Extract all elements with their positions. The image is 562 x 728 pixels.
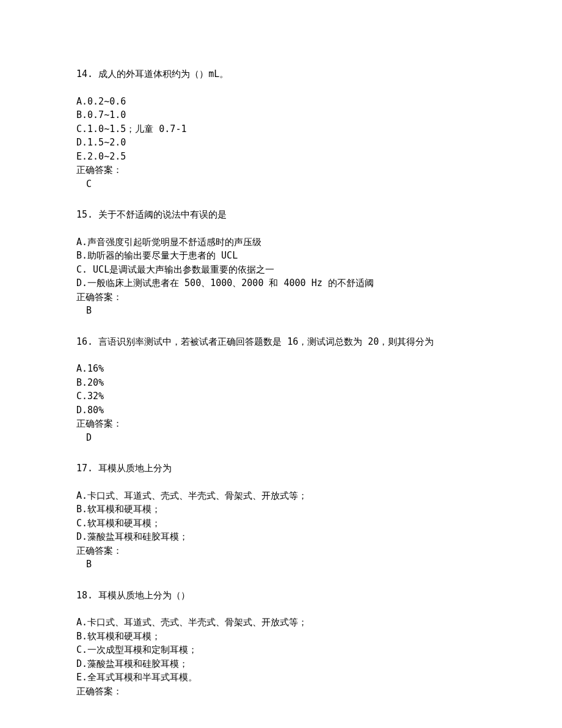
question-text: 15. 关于不舒适阈的说法中有误的是 <box>76 208 486 222</box>
question-text: 16. 言语识别率测试中，若被试者正确回答题数是 16，测试词总数为 20，则其… <box>76 335 486 349</box>
question-text: 18. 耳模从质地上分为（） <box>76 589 486 603</box>
option-b: B.软耳模和硬耳模； <box>76 630 486 644</box>
option-d: D.1.5~2.0 <box>76 136 486 150</box>
option-a: A.0.2~0.6 <box>76 95 486 109</box>
question-body: 耳模从质地上分为 <box>98 463 172 474</box>
option-c: C.软耳模和硬耳模； <box>76 517 486 531</box>
option-b: B.助听器的输出要尽量大于患者的 UCL <box>76 249 486 263</box>
answer-value: B <box>76 557 486 572</box>
question-number: 15. <box>76 209 93 220</box>
answer-value: D <box>76 431 486 445</box>
question-14: 14. 成人的外耳道体积约为（）mL。 A.0.2~0.6 B.0.7~1.0 … <box>76 67 486 191</box>
option-b: B.20% <box>76 376 486 390</box>
option-d: D.藻酸盐耳模和硅胶耳模； <box>76 657 486 671</box>
option-a: A.卡口式、耳道式、壳式、半壳式、骨架式、开放式等； <box>76 489 486 503</box>
question-18: 18. 耳模从质地上分为（） A.卡口式、耳道式、壳式、半壳式、骨架式、开放式等… <box>76 589 486 699</box>
question-number: 18. <box>76 590 93 601</box>
answer-label: 正确答案： <box>76 544 486 558</box>
question-text: 14. 成人的外耳道体积约为（）mL。 <box>76 67 486 81</box>
question-17: 17. 耳模从质地上分为 A.卡口式、耳道式、壳式、半壳式、骨架式、开放式等； … <box>76 461 486 572</box>
question-16: 16. 言语识别率测试中，若被试者正确回答题数是 16，测试词总数为 20，则其… <box>76 335 486 445</box>
answer-label: 正确答案： <box>76 417 486 431</box>
question-15: 15. 关于不舒适阈的说法中有误的是 A.声音强度引起听觉明显不舒适感时的声压级… <box>76 208 486 318</box>
question-number: 14. <box>76 68 93 79</box>
question-text: 17. 耳模从质地上分为 <box>76 461 486 476</box>
question-number: 17. <box>76 463 93 474</box>
option-c: C.1.0~1.5；儿童 0.7-1 <box>76 122 486 136</box>
option-c: C. UCL是调试最大声输出参数最重要的依据之一 <box>76 263 486 277</box>
option-d: D.藻酸盐耳模和硅胶耳模； <box>76 530 486 544</box>
option-c: C.一次成型耳模和定制耳模； <box>76 643 486 657</box>
option-b: B.软耳模和硬耳模； <box>76 502 486 517</box>
option-e: E.全耳式耳模和半耳式耳模。 <box>76 671 486 685</box>
option-b: B.0.7~1.0 <box>76 108 486 122</box>
option-d: D.80% <box>76 403 486 417</box>
option-c: C.32% <box>76 389 486 403</box>
question-body: 言语识别率测试中，若被试者正确回答题数是 16，测试词总数为 20，则其得分为 <box>98 336 434 347</box>
option-a: A.16% <box>76 362 486 376</box>
question-number: 16. <box>76 336 93 347</box>
answer-value: B <box>76 304 486 318</box>
question-body: 耳模从质地上分为（） <box>98 590 190 601</box>
answer-label: 正确答案： <box>76 685 486 699</box>
option-d: D.一般临床上测试患者在 500、1000、2000 和 4000 Hz 的不舒… <box>76 276 486 290</box>
answer-value: C <box>76 177 486 191</box>
answer-label: 正确答案： <box>76 290 486 304</box>
option-e: E.2.0~2.5 <box>76 150 486 164</box>
question-body: 关于不舒适阈的说法中有误的是 <box>98 209 227 220</box>
answer-label: 正确答案： <box>76 163 486 177</box>
option-a: A.卡口式、耳道式、壳式、半壳式、骨架式、开放式等； <box>76 616 486 630</box>
option-a: A.声音强度引起听觉明显不舒适感时的声压级 <box>76 235 486 249</box>
question-body: 成人的外耳道体积约为（）mL。 <box>98 68 228 79</box>
